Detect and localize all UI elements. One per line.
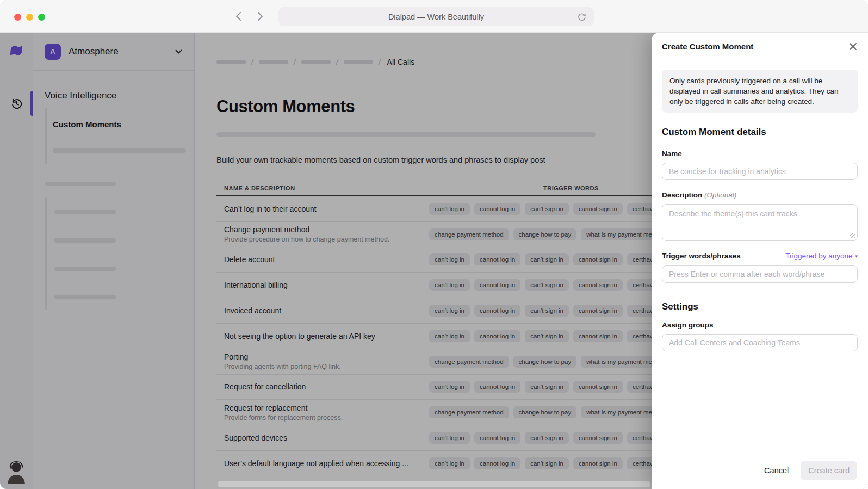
browser-toolbar: Dialpad — Work Beautifully <box>0 0 868 33</box>
resize-grip-icon[interactable] <box>850 233 855 238</box>
reload-icon[interactable] <box>576 11 587 22</box>
minimize-window-button[interactable] <box>26 14 33 21</box>
description-label: Description (Optional) <box>662 191 858 199</box>
trigger-words-label: Trigger words/phrases <box>662 252 741 260</box>
details-heading: Custom Moment details <box>662 127 858 138</box>
panel-footer: Cancel Create card <box>652 451 868 489</box>
close-icon[interactable] <box>845 39 860 54</box>
forward-icon[interactable] <box>255 10 265 23</box>
description-field[interactable] <box>662 204 858 241</box>
assign-groups-field[interactable] <box>662 334 858 351</box>
panel-title: Create Custom Moment <box>662 42 753 51</box>
settings-heading: Settings <box>662 301 858 312</box>
name-label: Name <box>662 150 858 158</box>
optional-hint: (Optional) <box>704 191 736 199</box>
create-custom-moment-panel: Create Custom Moment Only cards previous… <box>652 33 868 489</box>
caret-down-icon: ▾ <box>855 253 858 259</box>
assign-groups-label: Assign groups <box>662 321 858 329</box>
close-window-button[interactable] <box>14 14 21 21</box>
create-card-button[interactable]: Create card <box>801 461 857 480</box>
back-icon[interactable] <box>233 10 244 23</box>
cancel-button[interactable]: Cancel <box>764 466 789 475</box>
name-field[interactable] <box>662 163 858 180</box>
browser-window: Dialpad — Work Beautifully <box>0 0 868 489</box>
panel-header: Create Custom Moment <box>652 33 868 60</box>
trigger-words-field[interactable] <box>662 265 858 283</box>
address-bar[interactable]: Dialpad — Work Beautifully <box>278 7 594 26</box>
page-title-text: Dialpad — Work Beautifully <box>388 13 484 21</box>
horizontal-scrollbar[interactable] <box>218 481 650 487</box>
zoom-window-button[interactable] <box>38 14 45 21</box>
app-area: A Atmosphere Voice Intelligence Custom M… <box>0 33 868 489</box>
info-notice: Only cards previously triggered on a cal… <box>662 70 858 113</box>
triggered-by-dropdown[interactable]: Triggered by anyone ▾ <box>785 252 858 260</box>
traffic-lights <box>14 14 45 21</box>
